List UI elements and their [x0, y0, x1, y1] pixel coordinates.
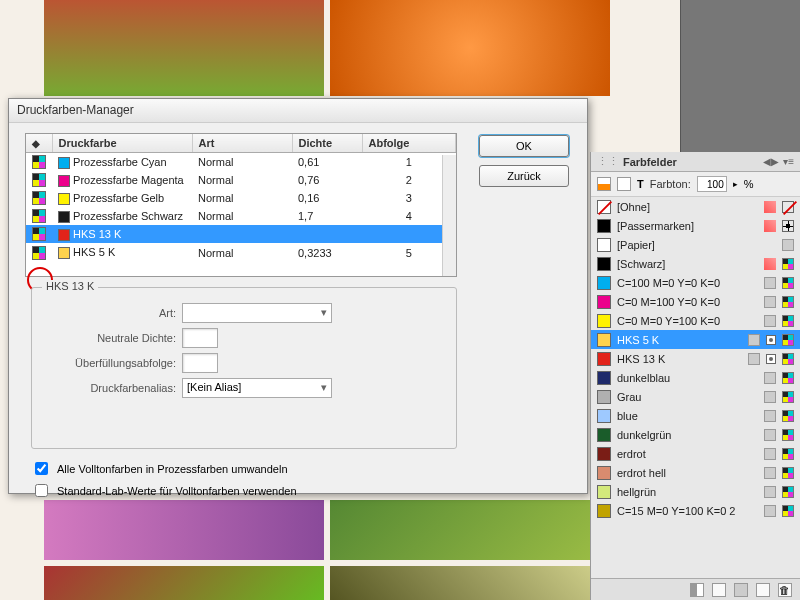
spacer	[748, 353, 760, 365]
swatch-row[interactable]: C=0 M=100 Y=0 K=0	[591, 292, 800, 311]
dichte-input[interactable]	[182, 328, 218, 348]
ink-density: 0,16	[292, 189, 362, 207]
swatch-row[interactable]: Grau	[591, 387, 800, 406]
swatch-row[interactable]: [Schwarz]	[591, 254, 800, 273]
swatch-chip	[597, 238, 611, 252]
new-swatch-2-icon[interactable]	[734, 583, 748, 597]
cmyk-icon	[782, 467, 794, 479]
label-abfolge: Überfüllungsabfolge:	[46, 357, 176, 369]
swatch-name: Grau	[617, 391, 758, 403]
swatch-row[interactable]: HKS 13 K	[591, 349, 800, 368]
ink-swatch	[58, 247, 70, 259]
gray-panel-bg	[680, 0, 800, 152]
swatch-row[interactable]: dunkelgrün	[591, 425, 800, 444]
tint-input[interactable]	[697, 176, 727, 192]
new-swatch-icon[interactable]	[712, 583, 726, 597]
col-header-seq[interactable]: Abfolge	[362, 134, 456, 153]
cmyk-icon	[782, 277, 794, 289]
ink-density: 1,7	[292, 207, 362, 225]
collapse-icon[interactable]: ◀▶	[763, 156, 779, 167]
spacer	[764, 467, 776, 479]
swatch-chip	[597, 352, 611, 366]
ink-name: Prozessfarbe Schwarz	[73, 210, 183, 222]
spacer	[764, 410, 776, 422]
swatch-chip	[597, 504, 611, 518]
trash-icon[interactable]: 🗑	[778, 583, 792, 597]
ink-row[interactable]: Prozessfarbe CyanNormal0,611	[26, 153, 456, 172]
ink-type: Normal	[192, 189, 292, 207]
swatch-name: C=0 M=100 Y=0 K=0	[617, 296, 758, 308]
swatches-panel: ⋮⋮ Farbfelder ◀▶ ▾≡ T Farbton: ▸ % [Ohne…	[590, 152, 800, 600]
col-header-ink[interactable]: Druckfarbe	[52, 134, 192, 153]
swatch-row[interactable]: C=15 M=0 Y=100 K=0 2	[591, 501, 800, 520]
show-options-icon[interactable]	[690, 583, 704, 597]
ink-name: Prozessfarbe Magenta	[73, 174, 184, 186]
tint-slider-icon[interactable]: ▸	[733, 179, 738, 189]
fill-icon[interactable]	[597, 177, 611, 191]
convert-spot-checkbox[interactable]	[35, 462, 48, 475]
ink-swatch	[58, 175, 70, 187]
swatch-row[interactable]: C=100 M=0 Y=0 K=0	[591, 273, 800, 292]
group-title: HKS 13 K	[42, 280, 98, 292]
col-header-icon[interactable]: ◆	[26, 134, 52, 153]
cmyk-icon	[782, 505, 794, 517]
swatch-row[interactable]: C=0 M=0 Y=100 K=0	[591, 311, 800, 330]
swatch-row[interactable]: HKS 5 K	[591, 330, 800, 349]
cmyk-icon	[782, 448, 794, 460]
swatch-chip	[597, 200, 611, 214]
swatch-row[interactable]: erdrot hell	[591, 463, 800, 482]
alias-combo[interactable]: [Kein Alias]	[182, 378, 332, 398]
table-scrollbar[interactable]	[442, 155, 456, 276]
swatch-name: HKS 13 K	[617, 353, 742, 365]
convert-spot-label: Alle Volltonfarben in Prozessfarben umwa…	[57, 463, 288, 475]
spacer	[764, 391, 776, 403]
noedit-icon	[764, 201, 776, 213]
swatch-chip	[597, 485, 611, 499]
swatch-row[interactable]: blue	[591, 406, 800, 425]
swatch-row[interactable]: [Papier]	[591, 235, 800, 254]
cmyk-icon	[782, 258, 794, 270]
abfolge-input[interactable]	[182, 353, 218, 373]
panel-tab[interactable]: ⋮⋮ Farbfelder ◀▶ ▾≡	[591, 152, 800, 172]
swatch-row[interactable]: erdrot	[591, 444, 800, 463]
bg-photo	[44, 566, 324, 600]
text-color-icon[interactable]: T	[637, 178, 644, 190]
swatch-name: erdrot hell	[617, 467, 758, 479]
back-button[interactable]: Zurück	[479, 165, 569, 187]
ink-row[interactable]: Prozessfarbe MagentaNormal0,762	[26, 171, 456, 189]
swatch-name: HKS 5 K	[617, 334, 742, 346]
lab-values-checkbox[interactable]	[35, 484, 48, 497]
ink-type-icon	[32, 209, 46, 223]
art-combo[interactable]	[182, 303, 332, 323]
spacer	[764, 277, 776, 289]
swatch-name: C=100 M=0 Y=0 K=0	[617, 277, 758, 289]
stroke-icon[interactable]	[617, 177, 631, 191]
ink-row[interactable]: HKS 5 KNormal0,32335	[26, 243, 456, 261]
swatch-row[interactable]: dunkelblau	[591, 368, 800, 387]
label-dichte: Neutrale Dichte:	[46, 332, 176, 344]
swatch-chip	[597, 219, 611, 233]
ink-swatch	[58, 229, 70, 241]
swatch-row[interactable]: [Passermarken]	[591, 216, 800, 235]
ink-row[interactable]: Prozessfarbe GelbNormal0,163	[26, 189, 456, 207]
col-header-type[interactable]: Art	[192, 134, 292, 153]
ink-name: HKS 13 K	[73, 228, 121, 240]
new-folder-icon[interactable]	[756, 583, 770, 597]
none-icon	[782, 201, 794, 213]
col-header-density[interactable]: Dichte	[292, 134, 362, 153]
lab-values-label: Standard-Lab-Werte für Volltonfarben ver…	[57, 485, 297, 497]
spacer	[764, 448, 776, 460]
swatch-list[interactable]: [Ohne][Passermarken][Papier][Schwarz]C=1…	[591, 197, 800, 542]
swatch-row[interactable]: [Ohne]	[591, 197, 800, 216]
ink-icon: ◆	[32, 138, 40, 149]
ink-row[interactable]: Prozessfarbe SchwarzNormal1,74	[26, 207, 456, 225]
ink-density: 0,3233	[292, 243, 362, 261]
spacer	[764, 429, 776, 441]
spacer	[764, 486, 776, 498]
menu-icon[interactable]: ▾≡	[783, 156, 794, 167]
ink-row[interactable]: HKS 13 K	[26, 225, 456, 243]
ink-density: 0,76	[292, 171, 362, 189]
ok-button[interactable]: OK	[479, 135, 569, 157]
cmyk-icon	[782, 429, 794, 441]
swatch-row[interactable]: hellgrün	[591, 482, 800, 501]
